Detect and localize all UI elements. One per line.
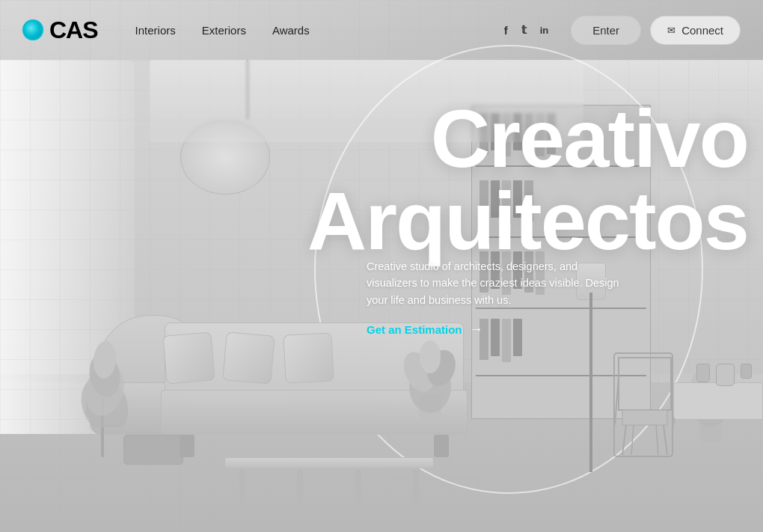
cta-arrow-icon: → xyxy=(470,322,483,337)
plant-left xyxy=(75,322,135,457)
svg-line-6 xyxy=(622,425,626,455)
linkedin-icon[interactable]: in xyxy=(540,25,549,36)
cta-label: Get an Estimation xyxy=(367,323,462,336)
hero-title: Creativo Arquitectos xyxy=(307,97,748,262)
hero-desc-text: Creative studio of architects, designers… xyxy=(367,258,621,308)
connect-button[interactable]: ✉ Connect xyxy=(650,16,741,45)
wire-chair xyxy=(613,352,673,457)
facebook-icon[interactable]: f xyxy=(504,24,508,37)
counter-items xyxy=(696,364,752,386)
svg-point-21 xyxy=(420,340,441,373)
hero-section: CAS Interiors Exteriors Awards f 𝕥 in En… xyxy=(0,0,763,532)
navbar: CAS Interiors Exteriors Awards f 𝕥 in En… xyxy=(0,0,763,60)
nav-links: Interiors Exteriors Awards xyxy=(135,24,504,37)
svg-line-7 xyxy=(664,425,667,455)
svg-line-9 xyxy=(656,425,658,455)
nav-link-awards[interactable]: Awards xyxy=(272,24,310,37)
coffee-table xyxy=(224,457,434,502)
enter-button[interactable]: Enter xyxy=(571,16,641,45)
twitter-icon[interactable]: 𝕥 xyxy=(521,23,527,37)
svg-rect-4 xyxy=(619,358,671,410)
logo-dot-icon xyxy=(22,19,43,40)
connect-label: Connect xyxy=(681,24,723,37)
hero-title-line1: Creativo xyxy=(307,97,748,180)
logo-text: CAS xyxy=(49,16,98,44)
social-icons: f 𝕥 in xyxy=(504,23,549,37)
cta-button[interactable]: Get an Estimation → xyxy=(367,322,621,337)
nav-link-exteriors[interactable]: Exteriors xyxy=(202,24,246,37)
hero-description: Creative studio of architects, designers… xyxy=(367,258,621,337)
svg-line-8 xyxy=(631,425,634,455)
svg-rect-5 xyxy=(622,410,667,425)
logo: CAS xyxy=(22,16,98,44)
hero-title-line2: Arquitectos xyxy=(307,180,748,262)
nav-link-interiors[interactable]: Interiors xyxy=(135,24,176,37)
mail-icon: ✉ xyxy=(667,25,675,36)
right-counter xyxy=(673,382,763,420)
